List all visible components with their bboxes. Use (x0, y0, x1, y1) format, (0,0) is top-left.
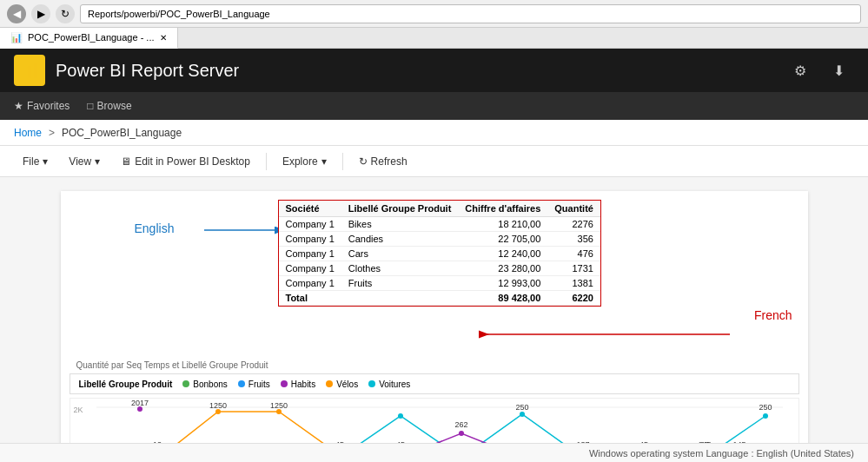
table-cell: Bikes (341, 217, 459, 232)
fruits-dot (238, 380, 245, 387)
explore-label: Explore (282, 155, 318, 168)
french-arrow (478, 326, 739, 343)
svg-text:1250: 1250 (209, 401, 226, 410)
pbi-header: Power BI Report Server ⚙ ⬇ (0, 49, 868, 92)
data-table: Société Libellé Groupe Produit Chiffre d… (278, 200, 601, 307)
tab-label: POC_PowerBI_Language - ... (28, 32, 155, 43)
table-cell: Company 1 (279, 276, 341, 291)
legend-voitures: Voitures (368, 380, 410, 389)
favorites-bar: ★ Favorites □ Browse (0, 92, 868, 120)
velos-dot (326, 380, 333, 387)
toolbar-separator (266, 153, 267, 170)
browse-icon: □ (87, 100, 93, 112)
french-annotation: French (754, 308, 792, 322)
breadcrumb-home[interactable]: Home (14, 127, 42, 139)
table-cell: 2276 (547, 217, 600, 232)
svg-text:262: 262 (454, 420, 467, 429)
favorites-label: Favorites (27, 100, 70, 112)
table-cell: Company 1 (279, 232, 341, 247)
table-cell: 18 210,00 (458, 217, 547, 232)
svg-text:1250: 1250 (269, 401, 287, 410)
back-button[interactable]: ◀ (7, 4, 26, 23)
tab-icon: 📊 (10, 32, 23, 43)
main-content: English Société Libellé Groupe Produit C… (0, 177, 868, 462)
forward-button[interactable]: ▶ (31, 4, 50, 23)
view-label: View (69, 155, 91, 168)
explore-button[interactable]: Explore ▾ (274, 149, 335, 174)
active-tab[interactable]: 📊 POC_PowerBI_Language - ... ✕ (0, 28, 178, 49)
svg-text:250: 250 (759, 403, 772, 412)
chart-title: Quantité par Seq Temps et Libellé Groupe… (70, 360, 799, 370)
browser-bar: ◀ ▶ ↻ (0, 0, 868, 28)
status-text: Windows operating system Language : Engl… (589, 448, 854, 459)
legend-velos: Vélos (326, 380, 358, 389)
table-cell: Cars (341, 247, 459, 261)
address-bar[interactable] (80, 4, 861, 23)
bonbons-label: Bonbons (193, 380, 227, 389)
table-row: Company 1Cars12 240,00476 (279, 247, 600, 261)
refresh-button[interactable]: ↻ Refresh (350, 149, 416, 174)
refresh-icon: ↻ (359, 155, 368, 168)
bonbons-dot (182, 380, 189, 387)
settings-button[interactable]: ⚙ (785, 55, 816, 86)
breadcrumb-current: POC_PowerBI_Language (62, 127, 182, 139)
svg-point-8 (137, 406, 142, 412)
tab-close-button[interactable]: ✕ (160, 33, 167, 43)
table-cell: 12 240,00 (458, 247, 547, 261)
breadcrumb: Home > POC_PowerBI_Language (0, 120, 868, 146)
table-cell: Company 1 (279, 217, 341, 232)
table-cell: Company 1 (279, 247, 341, 261)
file-label: File (23, 155, 39, 168)
habits-dot (281, 380, 288, 387)
voitures-dot (368, 380, 375, 387)
report-container: English Société Libellé Groupe Produit C… (61, 191, 808, 448)
svg-point-13 (398, 413, 403, 419)
breadcrumb-separator: > (49, 127, 55, 139)
table-cell: 356 (547, 232, 600, 247)
french-label: French (754, 308, 792, 322)
table-cell: 22 705,00 (458, 232, 547, 247)
col-qty: Quantité (547, 201, 600, 217)
file-button[interactable]: File ▾ (14, 149, 56, 174)
col-societe: Société (279, 201, 341, 217)
velos-label: Vélos (336, 380, 358, 389)
tab-bar: 📊 POC_PowerBI_Language - ... ✕ (0, 28, 868, 49)
refresh-label: Refresh (371, 155, 407, 168)
fruits-label: Fruits (248, 380, 270, 389)
svg-point-14 (459, 431, 464, 436)
legend-bar: Libellé Groupe Produit Bonbons Fruits Ha… (70, 373, 799, 394)
table-cell: 23 280,00 (458, 261, 547, 276)
chart-section: Quantité par Seq Temps et Libellé Groupe… (70, 360, 799, 422)
file-dropdown-icon: ▾ (43, 155, 48, 168)
table-total-cell: Total (279, 291, 459, 306)
table-row: Company 1Clothes23 280,001731 (279, 261, 600, 276)
y-label-2k: 2K (74, 406, 83, 414)
reload-button[interactable]: ↻ (56, 4, 75, 23)
table-cell: Clothes (341, 261, 459, 276)
table-total-cell: 89 428,00 (458, 291, 547, 306)
english-label: English (135, 221, 175, 235)
toolbar-separator-2 (342, 153, 343, 170)
table-row: Company 1Fruits12 993,001381 (279, 276, 600, 291)
table-row: Company 1Candies22 705,00356 (279, 232, 600, 247)
col-ca: Chiffre d'affaires (458, 201, 547, 217)
table-total-row: Total89 428,006220 (279, 291, 600, 306)
table-cell: 1731 (547, 261, 600, 276)
svg-point-16 (520, 412, 525, 417)
favorites-item[interactable]: ★ Favorites (14, 100, 70, 112)
explore-dropdown-icon: ▾ (321, 155, 327, 168)
table-cell: 1381 (547, 276, 600, 291)
header-icons: ⚙ ⬇ (785, 55, 854, 86)
table-total-cell: 6220 (547, 291, 600, 306)
legend-fruits: Fruits (238, 380, 270, 389)
browse-item[interactable]: □ Browse (87, 100, 131, 112)
view-button[interactable]: View ▾ (60, 149, 109, 174)
habits-label: Habits (291, 380, 315, 389)
browse-label: Browse (97, 100, 132, 112)
edit-button[interactable]: 🖥 Edit in Power BI Desktop (112, 149, 259, 174)
status-bar: Windows operating system Language : Engl… (0, 443, 868, 462)
table-row: Company 1Bikes18 210,002276 (279, 217, 600, 232)
table-cell: 476 (547, 247, 600, 261)
svg-rect-2 (34, 63, 37, 78)
download-button[interactable]: ⬇ (823, 55, 854, 86)
